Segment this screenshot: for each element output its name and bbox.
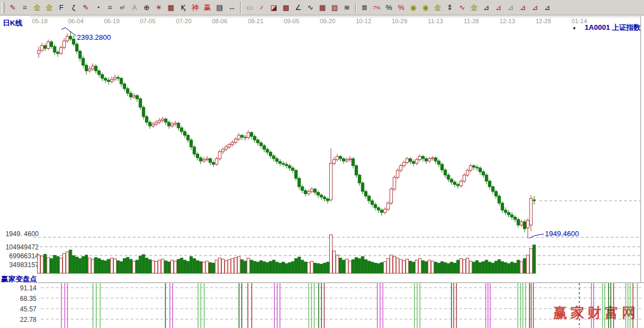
angle-f-icon[interactable]: ⊿ — [492, 2, 505, 14]
rays-box-icon[interactable]: ▩ — [280, 2, 292, 14]
index-dropdown-icon[interactable]: ▼ — [572, 26, 577, 31]
date-axis-label: 11-28 — [458, 18, 485, 24]
toolbar-separator — [240, 2, 241, 13]
gold-underline-icon[interactable]: 金 — [468, 2, 480, 14]
date-axis-label: 09-20 — [314, 18, 341, 24]
wave-icon[interactable]: ∿ — [456, 2, 468, 14]
parallel-lines-icon[interactable]: ≋ — [341, 2, 353, 14]
date-axis-label: 11-13 — [422, 18, 449, 24]
gold-ring-icon[interactable]: ◉ — [419, 2, 432, 14]
low-price-axis-label: 1949. 4600 — [0, 230, 39, 238]
angle-four-icon[interactable]: ⊿ — [541, 2, 553, 14]
date-axis-label: 06-19 — [98, 18, 125, 24]
toolbar-separator — [355, 2, 356, 13]
date-axis-label: 10-12 — [350, 18, 377, 24]
percent-change-icon[interactable]: 7% — [371, 2, 383, 14]
percent-icon[interactable]: % — [383, 2, 395, 14]
ying-tool-icon[interactable]: 赢 — [201, 2, 214, 14]
indicator-tick-2: 68.35 — [0, 295, 37, 303]
period-grid-icon[interactable]: ⌗ — [104, 2, 116, 14]
trend-angle-icon[interactable]: ∠ — [292, 2, 304, 14]
indicator-tick-3: 45.57 — [0, 305, 37, 313]
date-axis-label: 08-21 — [242, 18, 269, 24]
volume-series — [38, 235, 536, 273]
kline-period-label[interactable]: 日K线 — [3, 18, 22, 28]
text-note-icon[interactable]: A — [128, 2, 141, 14]
date-axis-label: 08-06 — [206, 18, 233, 24]
k-pattern-icon[interactable]: Ϗ — [177, 2, 189, 14]
marker-pen-icon[interactable]: ✎ — [80, 2, 92, 14]
spiral-icon[interactable]: ζ — [67, 2, 80, 14]
angle-zhuang-icon[interactable]: ⊿ — [529, 2, 541, 14]
signal-lines — [61, 283, 637, 328]
grid-arrow-icon[interactable]: ▧ — [329, 2, 341, 14]
date-axis-label: 06-04 — [63, 18, 89, 24]
low-callout-connector — [529, 234, 544, 238]
angle-j-icon[interactable]: ⊿ — [480, 2, 492, 14]
ruler-icon[interactable]: ▤ — [214, 2, 226, 14]
golden-section-icon[interactable]: 金 — [31, 2, 43, 14]
indicator-tick-1: 91.14 — [0, 284, 37, 292]
golden-band-icon[interactable]: 金 — [43, 2, 55, 14]
peak-price-callout: 2393.2800 — [77, 33, 111, 41]
shen-tool-icon[interactable]: 神 — [189, 2, 201, 14]
stock-app-window: ✎⌗金金Fζ✎◔⌗n²A⊕✳▦Ϗ神赢▤↔▭∕∕◪▩∠∿▦▧≋≣7%%%◉◉金⇕∿… — [0, 0, 644, 328]
angle-gold-icon[interactable]: ⊿ — [505, 2, 517, 14]
angle-speed-icon[interactable]: ⊿ — [517, 2, 529, 14]
gold-lines-icon[interactable]: 金 — [432, 2, 444, 14]
percent-line-icon[interactable]: % — [395, 2, 407, 14]
toolbar-grip[interactable] — [2, 2, 4, 13]
square-of-nine-icon[interactable]: n² — [116, 2, 128, 14]
date-axis-label: 07-20 — [170, 18, 197, 24]
measure-width-icon[interactable]: ↔ — [226, 2, 238, 14]
site-watermark: 赢家财富网 — [553, 304, 639, 322]
grid-box-icon[interactable]: ▦ — [316, 2, 329, 14]
date-axis-label: 10-29 — [386, 18, 413, 24]
zigzag-icon[interactable]: ∿ — [304, 2, 316, 14]
gann-square-icon[interactable]: ▦ — [165, 2, 177, 14]
gold-circle-icon[interactable]: ◉ — [407, 2, 419, 14]
indicator-tick-4: 22.78 — [0, 316, 37, 324]
time-cycle-icon[interactable]: ◔ — [92, 2, 104, 14]
peak-callout-connector — [61, 28, 76, 37]
ray-fan-icon[interactable]: ∕∕ — [256, 2, 268, 14]
gann-wheel-icon[interactable]: ✳ — [153, 2, 165, 14]
index-code-label[interactable]: 1A0001 上证指数 — [585, 23, 641, 33]
date-axis-label: 09-05 — [278, 18, 305, 24]
date-axis-label: 07-05 — [134, 18, 161, 24]
gann-grid-icon[interactable]: ⌗ — [19, 2, 31, 14]
date-axis-label: 12-13 — [494, 18, 521, 24]
compass-icon[interactable]: ⊕ — [141, 2, 153, 14]
volume-tick-2: 69966314 — [0, 252, 39, 260]
volume-tick-1: 104949472 — [0, 243, 39, 251]
kline-chart-canvas[interactable] — [0, 0, 644, 328]
volume-compare-icon[interactable]: ≣ — [359, 2, 371, 14]
date-axis-label: 12-28 — [530, 18, 557, 24]
fan-square-icon[interactable]: ◪ — [268, 2, 280, 14]
frame-icon[interactable]: ▭ — [243, 2, 256, 14]
low-price-callout: 1949.4600 — [545, 230, 579, 238]
volume-tick-3: 34983157 — [0, 261, 39, 269]
drawing-toolbar: ✎⌗金金Fζ✎◔⌗n²A⊕✳▦Ϗ神赢▤↔▭∕∕◪▩∠∿▦▧≋≣7%%%◉◉金⇕∿… — [0, 0, 644, 15]
indicator-title[interactable]: 赢家变盘点 — [1, 274, 37, 284]
chart-top-border — [30, 17, 642, 17]
draw-pen-icon[interactable]: ✎ — [7, 2, 19, 14]
fibonacci-icon[interactable]: F — [55, 2, 67, 14]
updown-range-icon[interactable]: ⇕ — [444, 2, 456, 14]
date-axis-label: 01-14 — [566, 18, 593, 24]
candlestick-series — [38, 31, 536, 238]
date-axis-label: 05-18 — [27, 18, 53, 24]
